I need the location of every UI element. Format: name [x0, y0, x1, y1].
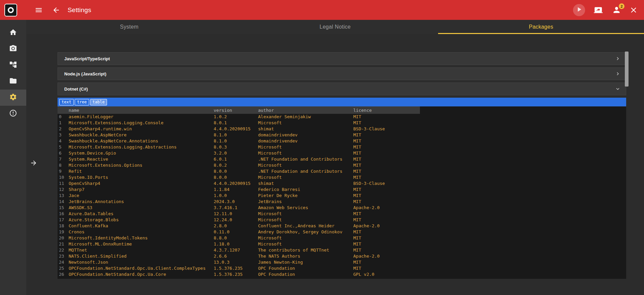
accordion-nodejs[interactable]: Node.js (JavaScript)	[58, 67, 626, 80]
cell-name: System.IO.Ports	[69, 174, 214, 181]
cell-author: Amazon Web Services	[258, 205, 353, 211]
cell-version: 2.8.0	[214, 223, 258, 229]
cell-author: Microsoft	[258, 211, 353, 217]
view-mode-text-button[interactable]: text	[59, 99, 74, 105]
cell-author: shimat	[258, 126, 353, 132]
cell-licence: Apache-2.0	[353, 223, 420, 229]
column-header-version: version	[214, 108, 258, 113]
tab-legal-notice[interactable]: Legal Notice	[232, 20, 438, 34]
view-mode-table-button[interactable]: table	[90, 99, 107, 105]
cell-licence: MIT	[353, 174, 420, 181]
row-index: 4	[58, 138, 69, 144]
home-icon	[9, 28, 17, 38]
screen-share-button[interactable]	[594, 6, 603, 14]
cell-licence: MIT	[353, 247, 420, 253]
tab-packages[interactable]: Packages	[438, 20, 644, 34]
cell-name: Microsoft.IdentityModel.Tokens	[69, 235, 214, 241]
cell-author: OPC Foundation	[258, 271, 353, 277]
cell-name: OpenCvSharp4	[69, 181, 214, 187]
menu-button[interactable]	[35, 6, 43, 14]
cell-licence: MIT	[353, 265, 420, 271]
vertical-scrollbar-thumb[interactable]	[625, 52, 629, 87]
accordion-label: Node.js (JavaScript)	[64, 71, 106, 76]
cell-author: Microsoft	[258, 217, 353, 223]
sidebar-item-camera[interactable]	[0, 41, 26, 57]
cell-version: 8.8.0	[214, 235, 258, 241]
sidebar-item-alerts[interactable]	[0, 106, 26, 122]
cell-author: JetBrains	[258, 199, 353, 205]
back-button[interactable]	[52, 6, 60, 14]
cell-author: domaindrivendev	[258, 138, 353, 144]
row-index: 3	[58, 132, 69, 138]
row-index: 9	[58, 168, 69, 174]
row-index: 17	[58, 217, 69, 223]
cell-name: System.Device.Gpio	[69, 150, 214, 156]
cell-version: 6.0.1	[214, 156, 258, 162]
cell-name: MQTTnet	[69, 247, 214, 253]
cell-licence: MIT	[353, 114, 420, 120]
table-row: 15AWSSDK.S33.7.416.1Amazon Web ServicesA…	[58, 205, 626, 211]
cell-name: asemin.FileLogger	[69, 114, 214, 120]
sidebar-item-process-tree[interactable]	[0, 57, 26, 73]
chevron-down-icon	[615, 86, 621, 92]
cell-version: 12.11.0	[214, 211, 258, 217]
cell-name: Azure.Data.Tables	[69, 211, 214, 217]
accordion-dotnet[interactable]: Dotnet (C#)	[58, 83, 626, 95]
close-app-button[interactable]	[629, 6, 638, 14]
accordion-javascript-typescript[interactable]: JavaScript/TypeScript	[58, 52, 626, 65]
package-table-body: 0asemin.FileLogger1.0.2Alexander Seminja…	[58, 114, 626, 279]
row-index: 5	[58, 144, 69, 150]
content-area: JavaScript/TypeScript Node.js (JavaScrip…	[26, 34, 644, 295]
cell-author: Microsoft	[258, 150, 353, 156]
cell-name: Sharp7	[69, 187, 214, 193]
table-row: 9Refit8.0.0.NET Foundation and Contribut…	[58, 168, 626, 174]
cell-version: 13.0.3	[214, 259, 258, 265]
cell-author: OPC Foundation	[258, 265, 353, 271]
table-row: 7System.Reactive6.0.1.NET Foundation and…	[58, 156, 626, 162]
accordion-label: JavaScript/TypeScript	[64, 56, 110, 61]
cell-author: Andrey Dorokhov, Sergey Odinokov	[258, 229, 353, 235]
user-button[interactable]: 2	[612, 5, 621, 14]
cell-version: 4.3.7.1207	[214, 247, 258, 253]
table-row: 18Confluent.Kafka2.8.0Confluent Inc.,And…	[58, 223, 626, 229]
cell-author: The NATS Authors	[258, 253, 353, 259]
cell-author: The contributors of MQTTnet	[258, 247, 353, 253]
notification-badge: 2	[619, 3, 624, 9]
cell-licence: Apache-2.0	[353, 253, 420, 259]
run-button[interactable]	[573, 4, 585, 16]
table-row: 1Microsoft.Extensions.Logging.Console8.0…	[58, 120, 626, 126]
play-icon	[575, 6, 583, 14]
view-mode-tree-button[interactable]: tree	[75, 99, 89, 105]
cell-name: Refit	[69, 168, 214, 174]
row-index: 23	[58, 253, 69, 259]
cell-version: 8.1.0	[214, 138, 258, 144]
cell-name: Jace	[69, 193, 214, 199]
hamburger-icon	[35, 6, 43, 14]
cell-author: Alexander Seminjakiw	[258, 114, 353, 120]
back-arrow-icon	[52, 6, 60, 14]
table-row: 3Swashbuckle.AspNetCore8.1.0domaindriven…	[58, 132, 626, 138]
cell-licence: MIT	[353, 162, 420, 168]
app-logo[interactable]	[4, 4, 17, 17]
json-viewer-toolbar: text tree table	[58, 98, 626, 106]
sidebar-item-home[interactable]	[0, 25, 26, 41]
sidebar-item-files[interactable]	[0, 73, 26, 90]
row-index: 10	[58, 174, 69, 181]
cell-version: 1.0.2	[214, 114, 258, 120]
cell-licence: MIT	[353, 229, 420, 235]
table-row: 16Azure.Data.Tables12.11.0MicrosoftMIT	[58, 211, 626, 217]
cell-name: Confluent.Kafka	[69, 223, 214, 229]
cell-name: System.Reactive	[69, 156, 214, 162]
tab-system[interactable]: System	[26, 20, 232, 34]
packages-table: name version author licence 0asemin.File…	[58, 106, 626, 279]
cell-author: Microsoft	[258, 241, 353, 247]
cell-name: Newtonsoft.Json	[69, 259, 214, 265]
cell-author: Confluent Inc.,Andreas Heider	[258, 223, 353, 229]
cell-licence: MIT	[353, 241, 420, 247]
sidebar-item-settings[interactable]	[0, 90, 26, 106]
arrow-right-icon	[30, 162, 37, 168]
row-index: 7	[58, 156, 69, 162]
cell-name: OPCFoundation.NetStandard.Opc.Ua.Client.…	[69, 265, 214, 271]
expand-drawer-button[interactable]	[30, 159, 37, 168]
cell-version: 12.24.0	[214, 217, 258, 223]
